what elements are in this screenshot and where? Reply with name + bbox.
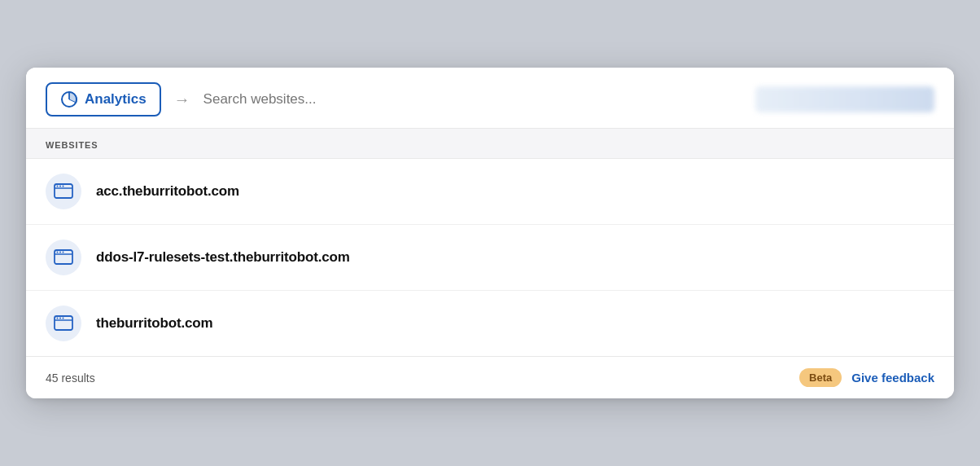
website-name-1: acc.theburritobot.com — [96, 183, 239, 200]
section-label: WEBSITES — [46, 140, 98, 150]
give-feedback-link[interactable]: Give feedback — [851, 371, 934, 385]
page-background: Analytics → WEBSITES — [0, 0, 980, 466]
search-input-area[interactable] — [203, 91, 746, 108]
results-count: 45 results — [46, 371, 95, 385]
analytics-label: Analytics — [85, 91, 147, 108]
website-icon-circle-3 — [46, 306, 81, 341]
svg-point-5 — [59, 186, 61, 187]
website-icon-circle-2 — [46, 240, 81, 275]
analytics-button[interactable]: Analytics — [46, 82, 161, 116]
svg-point-11 — [63, 252, 64, 253]
section-label-row: WEBSITES — [26, 129, 954, 159]
modal-footer: 45 results Beta Give feedback — [26, 356, 954, 398]
svg-point-14 — [57, 318, 59, 319]
website-name-3: theburritobot.com — [96, 315, 213, 332]
website-name-2: ddos-l7-rulesets-test.theburritobot.com — [96, 249, 350, 266]
svg-point-6 — [63, 186, 64, 187]
website-item-2[interactable]: ddos-l7-rulesets-test.theburritobot.com — [26, 225, 954, 291]
svg-point-10 — [59, 252, 61, 253]
analytics-icon — [60, 90, 78, 108]
website-item-3[interactable]: theburritobot.com — [26, 291, 954, 356]
footer-right: Beta Give feedback — [799, 368, 934, 387]
svg-point-16 — [63, 318, 64, 319]
modal-header: Analytics → — [26, 68, 954, 129]
website-item-1[interactable]: acc.theburritobot.com — [26, 159, 954, 225]
svg-point-4 — [57, 186, 59, 187]
svg-point-15 — [59, 318, 61, 319]
header-decoration — [755, 86, 934, 112]
website-list: acc.theburritobot.com ddos-l7-rulesets-t… — [26, 159, 954, 356]
search-input[interactable] — [203, 91, 746, 108]
website-icon-circle-1 — [46, 174, 81, 209]
arrow-separator: → — [174, 90, 190, 109]
search-modal: Analytics → WEBSITES — [26, 68, 954, 398]
svg-point-9 — [57, 252, 59, 253]
beta-badge: Beta — [799, 368, 842, 387]
